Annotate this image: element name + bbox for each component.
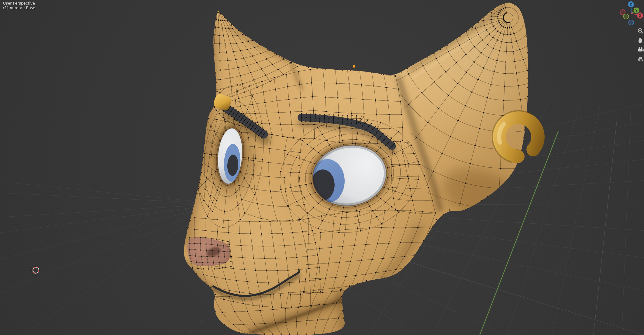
gizmo-axis-x[interactable]: X (637, 12, 643, 19)
view-mode-label: User Perspective (3, 1, 35, 5)
viewport-hud: User Perspective (1) Aurora : Base (3, 1, 35, 10)
navigation-gizmo[interactable]: Z Y X (618, 0, 644, 27)
gizmo-axis-z[interactable]: Z (628, 1, 634, 7)
active-object-label: (1) Aurora : Base (3, 5, 35, 10)
gizmo-axis-neg-y[interactable] (624, 14, 629, 19)
viewport-canvas[interactable] (0, 0, 644, 335)
viewport-nav-controls (636, 26, 644, 64)
gizmo-axis-neg-x[interactable] (620, 10, 625, 15)
magnifier-plus-icon (637, 27, 644, 34)
hand-icon (637, 37, 644, 44)
svg-text:Z: Z (630, 3, 632, 6)
pan-button[interactable] (636, 36, 644, 44)
camera-view-button[interactable] (636, 45, 644, 54)
gizmo-axis-y[interactable]: Y (634, 8, 639, 13)
svg-text:X: X (639, 14, 641, 17)
zoom-button[interactable] (636, 26, 644, 35)
toggle-ortho-button[interactable] (636, 55, 644, 63)
svg-text:Y: Y (635, 9, 638, 12)
gizmo-axis-neg-z[interactable] (629, 20, 634, 25)
camera-icon (637, 46, 644, 53)
blender-3d-viewport: User Perspective (1) Aurora : Base Z Y X (0, 0, 644, 335)
grid-icon (637, 55, 644, 63)
